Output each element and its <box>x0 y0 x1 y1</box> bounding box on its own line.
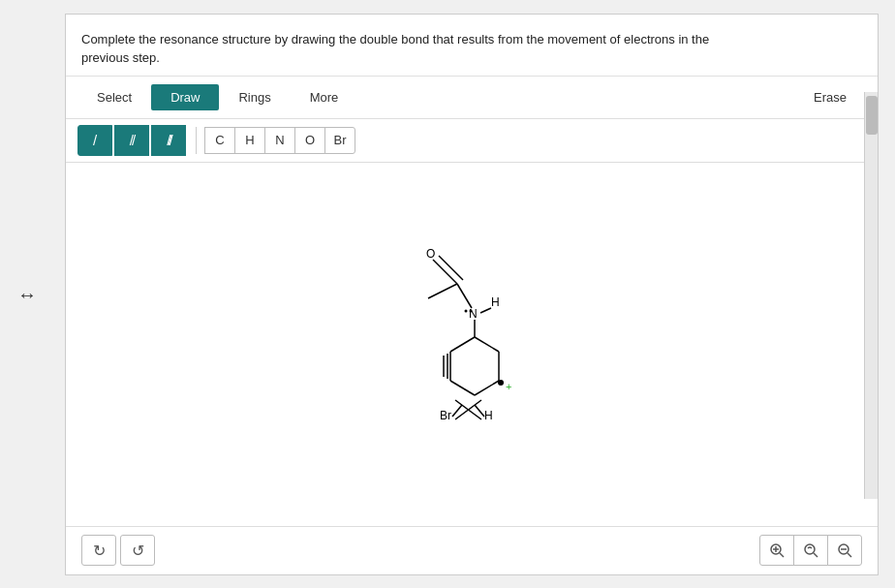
bottom-bar: ↻ ↺ <box>66 526 878 574</box>
zoom-out-button[interactable] <box>827 535 862 566</box>
redo-button[interactable]: ↺ <box>120 535 155 566</box>
instruction-line2: previous step. <box>81 50 160 65</box>
svg-text:+: + <box>506 381 511 392</box>
svg-point-19 <box>498 380 504 386</box>
zoom-out-icon <box>837 542 852 558</box>
tab-draw[interactable]: Draw <box>151 84 219 110</box>
divider <box>196 127 197 154</box>
atom-h-button[interactable]: H <box>234 127 265 154</box>
zoom-in-button[interactable] <box>759 535 794 566</box>
tab-more[interactable]: More <box>291 84 358 110</box>
svg-line-14 <box>450 381 475 395</box>
svg-line-13 <box>475 381 499 395</box>
instruction-text: Complete the resonance structure by draw… <box>66 15 878 77</box>
main-panel: Complete the resonance structure by draw… <box>65 14 879 575</box>
svg-text:H: H <box>491 295 500 309</box>
svg-text:H: H <box>484 409 493 422</box>
svg-line-28 <box>780 553 784 557</box>
toolbar: Select Draw Rings More Erase <box>66 77 878 119</box>
atom-br-button[interactable]: Br <box>324 127 355 154</box>
draw-tools-bar: / // /// C H N O Br <box>66 119 878 163</box>
left-arrow-icon: ↔ <box>17 283 37 305</box>
svg-line-4 <box>457 284 472 308</box>
svg-line-2 <box>439 256 463 280</box>
outer-container: ↔ Complete the resonance structure by dr… <box>0 0 895 588</box>
tab-select[interactable]: Select <box>77 84 151 110</box>
zoom-reset-icon <box>803 542 818 558</box>
svg-line-9 <box>480 308 491 313</box>
zoom-group <box>759 535 862 566</box>
svg-text:N: N <box>469 307 478 321</box>
atom-n-button[interactable]: N <box>264 127 295 154</box>
scrollbar-thumb[interactable] <box>866 96 878 135</box>
svg-line-32 <box>814 553 818 557</box>
svg-point-7 <box>470 309 473 312</box>
svg-text:Br: Br <box>440 409 451 422</box>
canvas-area[interactable]: O N H <box>66 163 878 531</box>
undo-redo-group: ↻ ↺ <box>81 535 155 566</box>
svg-point-6 <box>465 309 468 312</box>
atom-c-button[interactable]: C <box>204 127 235 154</box>
single-bond-button[interactable]: / <box>77 125 112 156</box>
svg-line-16 <box>450 337 475 352</box>
svg-line-34 <box>848 553 851 557</box>
atom-o-button[interactable]: O <box>294 127 325 154</box>
double-bond-button[interactable]: // <box>114 125 149 156</box>
undo-button[interactable]: ↻ <box>81 535 116 566</box>
svg-point-31 <box>805 544 815 554</box>
zoom-reset-button[interactable] <box>793 535 828 566</box>
svg-text:O: O <box>426 247 435 261</box>
triple-bond-button[interactable]: /// <box>151 125 186 156</box>
tab-erase[interactable]: Erase <box>794 84 866 110</box>
svg-line-0 <box>433 260 457 284</box>
tab-rings[interactable]: Rings <box>219 84 290 110</box>
molecule-structure: O N H <box>355 201 549 492</box>
scrollbar[interactable] <box>864 92 878 499</box>
svg-line-11 <box>475 337 499 352</box>
instruction-line1: Complete the resonance structure by draw… <box>81 32 709 46</box>
svg-line-3 <box>428 284 457 298</box>
zoom-in-icon <box>769 542 785 558</box>
